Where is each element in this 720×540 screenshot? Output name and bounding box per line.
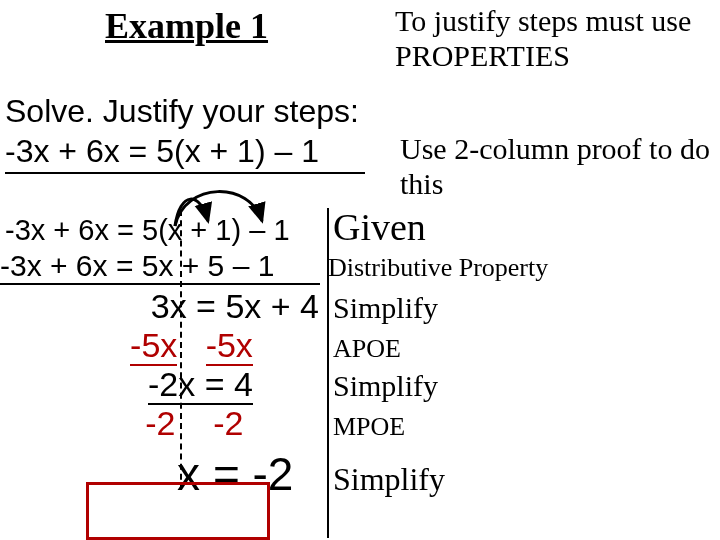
proof-row: -3x + 6x = 5(x + 1) – 1 Given xyxy=(0,205,700,249)
subtract-term: -5x xyxy=(206,326,253,366)
proof-step: -2 -2 xyxy=(0,404,325,443)
proof-reason: MPOE xyxy=(325,412,405,442)
proof-reason: Simplify xyxy=(325,369,438,403)
divide-term: -2 xyxy=(213,404,243,442)
example-title: Example 1 xyxy=(105,5,268,47)
subtract-term: -5x xyxy=(130,326,177,366)
proof-step: -2x = 4 xyxy=(0,365,325,404)
proof-step: -3x + 6x = 5x + 5 – 1 xyxy=(0,249,320,285)
two-column-proof: -3x + 6x = 5(x + 1) – 1 Given -3x + 6x =… xyxy=(0,205,700,501)
proof-step: 3x = 5x + 4 xyxy=(0,287,325,326)
proof-row: -3x + 6x = 5x + 5 – 1 Distributive Prope… xyxy=(0,249,700,285)
note-justify-steps: To justify steps must use PROPERTIES xyxy=(395,4,720,73)
proof-row: -5x -5x APOE xyxy=(0,326,700,365)
equation-text: -2x = 4 xyxy=(148,365,253,405)
proof-step-answer: x = -2 xyxy=(0,447,325,501)
proof-row: x = -2 Simplify xyxy=(0,447,700,501)
proof-row: -2x = 4 Simplify xyxy=(0,365,700,404)
proof-row: -2 -2 MPOE xyxy=(0,404,700,443)
divide-term: -2 xyxy=(145,404,175,442)
proof-step: -5x -5x xyxy=(0,326,325,365)
answer-text: x = -2 xyxy=(177,448,293,500)
proof-reason: Simplify xyxy=(325,461,445,498)
note-two-column: Use 2-column proof to do this xyxy=(400,132,720,201)
proof-reason: APOE xyxy=(325,334,401,364)
instruction-text: Solve. Justify your steps: xyxy=(5,93,359,130)
problem-equation: -3x + 6x = 5(x + 1) – 1 xyxy=(5,133,365,174)
proof-reason: Simplify xyxy=(325,291,438,325)
proof-reason: Given xyxy=(325,205,426,249)
proof-row: 3x = 5x + 4 Simplify xyxy=(0,287,700,326)
proof-reason: Distributive Property xyxy=(320,253,548,283)
proof-step: -3x + 6x = 5(x + 1) – 1 xyxy=(0,214,325,247)
